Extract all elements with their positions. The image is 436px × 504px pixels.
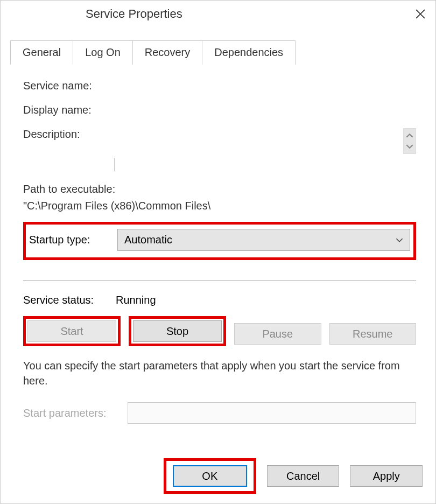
description-scrollbar[interactable] xyxy=(403,128,416,154)
path-value: "C:\Program Files (x86)\Common Files\ xyxy=(23,200,416,212)
display-name-label: Display name: xyxy=(23,104,116,116)
scroll-up-icon[interactable] xyxy=(406,132,413,139)
pause-button: Pause xyxy=(234,323,321,345)
info-text: You can specify the start parameters tha… xyxy=(23,358,416,388)
apply-button[interactable]: Apply xyxy=(350,465,423,487)
scroll-down-icon[interactable] xyxy=(406,143,413,150)
startup-type-label: Startup type: xyxy=(29,234,117,246)
start-parameters-input xyxy=(128,402,416,424)
resume-button: Resume xyxy=(329,323,417,345)
service-name-label: Service name: xyxy=(23,80,116,92)
description-label: Description: xyxy=(23,128,116,141)
tab-general[interactable]: General xyxy=(10,40,73,65)
startup-type-value: Automatic xyxy=(124,234,172,246)
window-title: Service Properties xyxy=(86,7,182,21)
start-button: Start xyxy=(27,320,116,342)
stop-highlight: Stop xyxy=(129,316,226,346)
divider xyxy=(23,281,416,281)
startup-highlight: Startup type: Automatic xyxy=(23,222,416,260)
service-status-label: Service status: xyxy=(23,294,116,306)
stop-button[interactable]: Stop xyxy=(133,320,222,342)
description-cursor xyxy=(115,158,416,171)
tab-recovery[interactable]: Recovery xyxy=(132,40,202,65)
tab-dependencies[interactable]: Dependencies xyxy=(202,40,296,65)
start-highlight: Start xyxy=(23,316,121,346)
startup-type-select[interactable]: Automatic xyxy=(117,229,410,251)
tab-log-on[interactable]: Log On xyxy=(73,40,133,65)
start-parameters-label: Start parameters: xyxy=(23,407,120,419)
path-label: Path to executable: xyxy=(23,183,416,195)
service-status-value: Running xyxy=(116,294,156,306)
ok-highlight: OK xyxy=(164,458,256,494)
ok-button[interactable]: OK xyxy=(173,465,247,487)
close-icon[interactable] xyxy=(414,8,427,20)
chevron-down-icon xyxy=(396,236,403,244)
cancel-button[interactable]: Cancel xyxy=(267,465,340,487)
